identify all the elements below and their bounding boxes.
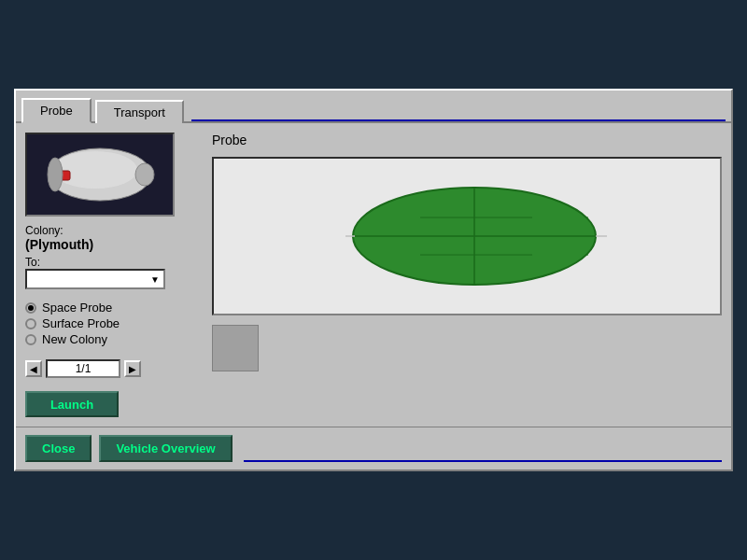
probe-viz-svg [308, 166, 626, 306]
radio-new-colony[interactable]: New Colony [25, 332, 203, 346]
right-panel: Probe [212, 133, 722, 417]
colony-section: Colony: (Plymouth) To: ▼ [25, 224, 203, 289]
radio-new-colony-circle [25, 334, 36, 345]
svg-point-1 [53, 151, 137, 189]
nav-page-input[interactable] [46, 359, 120, 378]
svg-point-5 [48, 158, 63, 191]
bottom-bar: Close Vehicle Overview [16, 427, 731, 469]
svg-point-4 [135, 163, 154, 186]
radio-surface-probe-label: Surface Probe [42, 316, 120, 330]
tab-accent-bar [191, 119, 726, 121]
to-label: To: [25, 256, 203, 269]
radio-space-probe[interactable]: Space Probe [25, 301, 203, 315]
radio-surface-probe-circle [25, 318, 36, 329]
radio-surface-probe[interactable]: Surface Probe [25, 316, 203, 330]
probe-image-svg [35, 137, 165, 212]
probe-small-thumbnail [212, 325, 259, 371]
probe-viz-svg-container [214, 159, 720, 314]
tab-probe[interactable]: Probe [21, 98, 92, 123]
probe-section-title: Probe [212, 133, 722, 147]
radio-space-probe-label: Space Probe [42, 301, 112, 315]
tab-bar: Probe Transport [16, 91, 731, 123]
launch-button[interactable]: Launch [25, 391, 119, 417]
main-window: Probe Transport [14, 89, 733, 471]
to-select-dropdown[interactable]: ▼ [25, 269, 165, 289]
nav-prev-button[interactable]: ◀ [25, 360, 42, 377]
close-button[interactable]: Close [25, 435, 92, 462]
content-area: Colony: (Plymouth) To: ▼ Space Probe Sur… [16, 123, 731, 427]
colony-name: (Plymouth) [25, 237, 203, 252]
probe-visualization [212, 157, 722, 315]
colony-label: Colony: [25, 224, 203, 237]
navigator: ◀ ▶ [25, 359, 203, 378]
probe-image [25, 133, 175, 217]
radio-group: Space Probe Surface Probe New Colony [25, 301, 203, 346]
radio-space-probe-circle [25, 302, 36, 314]
radio-new-colony-label: New Colony [42, 332, 107, 346]
left-panel: Colony: (Plymouth) To: ▼ Space Probe Sur… [25, 133, 203, 417]
vehicle-overview-button[interactable]: Vehicle Overview [99, 435, 232, 462]
dropdown-arrow-icon: ▼ [150, 274, 160, 285]
bottom-accent-bar [244, 460, 722, 462]
tab-transport[interactable]: Transport [95, 100, 184, 123]
nav-next-button[interactable]: ▶ [124, 360, 141, 377]
